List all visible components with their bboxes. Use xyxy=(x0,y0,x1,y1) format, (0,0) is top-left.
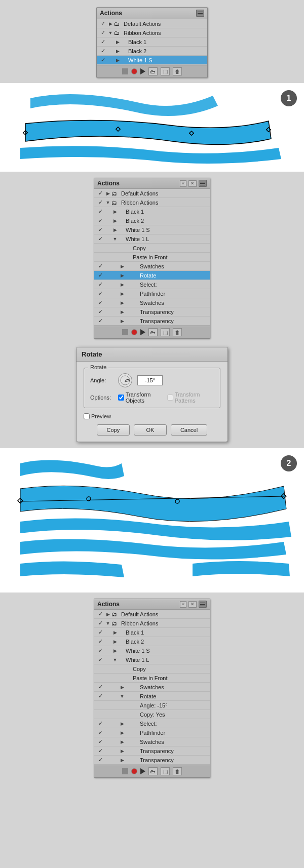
label-default-actions: Default Actions xyxy=(124,21,205,27)
action-row3-rotate[interactable]: ✓ ▼ Rotate xyxy=(94,692,210,701)
angle-input[interactable] xyxy=(137,375,163,385)
new-button-3[interactable]: ⬚ xyxy=(161,767,170,775)
rotate-group-label: Rotate xyxy=(88,364,108,370)
expand-white1s[interactable]: ▶ xyxy=(114,58,121,63)
copy-button[interactable]: Copy xyxy=(97,424,130,436)
panel-title-3: Actions xyxy=(97,601,120,608)
label-ribbon-actions: Ribbon Actions xyxy=(124,30,205,36)
folder-button-3[interactable]: 🗁 xyxy=(148,767,158,775)
ok-button[interactable]: OK xyxy=(134,424,167,436)
action-row2-transparency1[interactable]: ✓ ▶ Transparency xyxy=(94,307,210,317)
action-row3-swatches2[interactable]: ✓ ▶ Swatches xyxy=(94,737,210,746)
action-row3-default[interactable]: ✓ ▶ 🗂 Default Actions xyxy=(94,610,210,619)
expand-default[interactable]: ▶ xyxy=(107,21,114,26)
record-button-3[interactable] xyxy=(131,768,137,774)
check-default: ✓ xyxy=(99,20,107,27)
expand-ribbon[interactable]: ▼ xyxy=(107,30,114,35)
illustration-area-1: 1 xyxy=(0,83,304,172)
transform-objects-checkbox[interactable]: Transform Objects xyxy=(118,391,163,404)
panel-close-area-2: « ✕ xyxy=(180,180,207,187)
action-row3-swatches1[interactable]: ✓ ▶ Swatches xyxy=(94,683,210,692)
play-button-3[interactable] xyxy=(140,768,145,774)
action-row3-black2[interactable]: ✓ ▶ Black 2 xyxy=(94,637,210,646)
folder-icon-default: 🗂 xyxy=(114,21,122,27)
action-row2-swatches1[interactable]: ✓ ▶ Swatches xyxy=(94,262,210,271)
panel-toolbar-2: 🗁 ⬚ 🗑 xyxy=(94,326,210,338)
record-button-1[interactable] xyxy=(131,68,137,74)
preview-checkbox[interactable]: Preview xyxy=(84,413,111,419)
section-top: Actions ✓ ▶ 🗂 Default Actions ✓ ▼ 🗂 Ribb… xyxy=(0,0,304,83)
folder-icon-ribbon: 🗂 xyxy=(114,30,122,36)
panel-close-3[interactable]: ✕ xyxy=(188,601,197,608)
action-row-black2[interactable]: ✓ ▶ Black 2 xyxy=(97,47,207,56)
action-row2-white1s[interactable]: ✓ ▶ White 1 S xyxy=(94,225,210,234)
angle-row: Angle: xyxy=(90,373,214,387)
cancel-button[interactable]: Cancel xyxy=(171,424,207,436)
action-row2-swatches2[interactable]: ✓ ▶ Swatches xyxy=(94,298,210,307)
panel-menu-button-1[interactable] xyxy=(196,10,204,17)
panel-minimize-3[interactable]: « xyxy=(180,601,186,608)
action-row-default[interactable]: ✓ ▶ 🗂 Default Actions xyxy=(97,19,207,28)
label-white1s: White 1 S xyxy=(128,57,205,63)
delete-button-1[interactable]: 🗑 xyxy=(173,67,182,75)
action-row2-default[interactable]: ✓ ▶ 🗂 Default Actions xyxy=(94,189,210,198)
action-row3-transparency2[interactable]: ✓ ▶ Transparency xyxy=(94,756,210,765)
new-button-2[interactable]: ⬚ xyxy=(161,328,170,336)
panel-menu-button-2[interactable] xyxy=(199,180,207,187)
transform-patterns-checkbox[interactable]: Transform Patterns xyxy=(167,391,214,404)
action-row3-pathfinder[interactable]: ✓ ▶ Pathfinder xyxy=(94,728,210,737)
action-row3-copyyes[interactable]: Copy: Yes xyxy=(94,710,210,719)
action-row2-transparency2[interactable]: ✓ ▶ Transparency xyxy=(94,317,210,326)
check-white1s: ✓ xyxy=(99,57,107,63)
stop-button-3[interactable] xyxy=(122,768,128,774)
rotate-group: Rotate Angle: Options: Trans xyxy=(84,368,220,408)
stop-button-1[interactable] xyxy=(122,68,128,74)
expand-black1[interactable]: ▶ xyxy=(114,40,121,45)
action-row3-transparency1[interactable]: ✓ ▶ Transparency xyxy=(94,746,210,756)
action-row3-paste[interactable]: Paste in Front xyxy=(94,674,210,683)
action-row3-ribbon[interactable]: ✓ ▼ 🗂 Ribbon Actions xyxy=(94,619,210,628)
check-ribbon: ✓ xyxy=(99,29,107,36)
canvas-svg-2 xyxy=(0,448,304,593)
action-row2-black2[interactable]: ✓ ▶ Black 2 xyxy=(94,216,210,225)
action-row2-paste[interactable]: Paste in Front xyxy=(94,253,210,262)
check-black1: ✓ xyxy=(99,38,107,45)
stop-button-2[interactable] xyxy=(122,329,128,335)
action-row2-pathfinder[interactable]: ✓ ▶ Pathfinder xyxy=(94,289,210,298)
label-black1: Black 1 xyxy=(128,39,205,45)
folder-button-1[interactable]: 🗁 xyxy=(148,67,158,75)
action-row3-white1l[interactable]: ✓ ▼ White 1 L xyxy=(94,655,210,664)
action-row2-ribbon[interactable]: ✓ ▼ 🗂 Ribbon Actions xyxy=(94,198,210,207)
action-row2-white1l[interactable]: ✓ ▼ White 1 L xyxy=(94,234,210,244)
action-row3-copy[interactable]: Copy xyxy=(94,664,210,674)
action-row2-rotate[interactable]: ✓ ▶ Rotate xyxy=(94,271,210,280)
folder-button-2[interactable]: 🗁 xyxy=(148,328,158,336)
canvas-svg-1 xyxy=(0,83,304,172)
step-badge-2: 2 xyxy=(281,455,297,471)
delete-button-3[interactable]: 🗑 xyxy=(173,767,182,775)
action-row2-copy[interactable]: Copy xyxy=(94,244,210,253)
action-row3-angle[interactable]: Angle: -15° xyxy=(94,701,210,710)
delete-button-2[interactable]: 🗑 xyxy=(173,328,182,336)
record-button-2[interactable] xyxy=(131,329,137,335)
action-row2-black1[interactable]: ✓ ▶ Black 1 xyxy=(94,207,210,216)
panel-title-2: Actions xyxy=(97,180,120,187)
expand-black2[interactable]: ▶ xyxy=(114,49,121,54)
play-button-1[interactable] xyxy=(140,68,145,74)
panel-menu-button-3[interactable] xyxy=(199,601,207,608)
actions-list-1: ✓ ▶ 🗂 Default Actions ✓ ▼ 🗂 Ribbon Actio… xyxy=(97,19,207,65)
play-button-2[interactable] xyxy=(140,329,145,335)
panel-minimize-2[interactable]: « xyxy=(180,180,186,187)
action-row3-select[interactable]: ✓ ▶ Select: xyxy=(94,719,210,728)
angle-dial[interactable] xyxy=(118,373,132,387)
action-row-black1[interactable]: ✓ ▶ Black 1 xyxy=(97,37,207,47)
action-row2-select[interactable]: ✓ ▶ Select: xyxy=(94,280,210,289)
action-row3-black1[interactable]: ✓ ▶ Black 1 xyxy=(94,628,210,637)
check-black2: ✓ xyxy=(99,48,107,54)
action-row-ribbon[interactable]: ✓ ▼ 🗂 Ribbon Actions xyxy=(97,28,207,37)
action-row-white1s[interactable]: ✓ ▶ White 1 S xyxy=(97,56,207,65)
new-button-1[interactable]: ⬚ xyxy=(161,67,170,75)
options-label: Options: xyxy=(90,394,114,401)
panel-close-2[interactable]: ✕ xyxy=(188,180,197,187)
action-row3-white1s[interactable]: ✓ ▶ White 1 S xyxy=(94,646,210,655)
